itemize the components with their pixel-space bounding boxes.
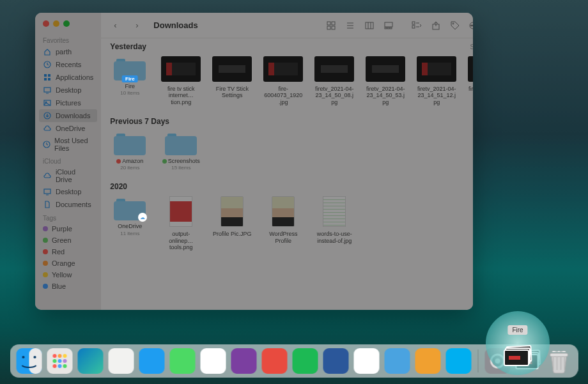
file-name: fire-6004073_1920.jpg (263, 86, 303, 105)
apps-icon (43, 73, 52, 82)
show-all-link[interactable]: Show All (14) (470, 43, 473, 50)
main-pane: ‹ › Downloads (101, 13, 473, 310)
content-area: YesterdayShow All (14)FireFire10 itemsfi… (101, 38, 473, 310)
tag-orange[interactable]: Orange (35, 257, 101, 269)
svg-point-32 (453, 23, 454, 24)
back-button[interactable]: ‹ (109, 19, 121, 32)
downloads-stack-highlight[interactable] (504, 346, 532, 367)
file-item[interactable]: words-to-use-instead-of.jpg (314, 196, 354, 250)
share-button[interactable] (429, 19, 442, 32)
action-button[interactable] (468, 19, 473, 32)
dock-notes[interactable] (201, 348, 226, 374)
file-item[interactable]: firetv_2021-04-23_14_… (468, 56, 473, 105)
tag-dot-icon (43, 261, 48, 266)
image-thumb (314, 56, 354, 82)
dock-separator (478, 349, 479, 372)
svg-point-49 (63, 359, 67, 363)
file-item[interactable]: ☁OneDrive11 items (110, 196, 150, 250)
pictures-icon (43, 98, 52, 107)
home-icon (43, 47, 52, 56)
dock-word[interactable] (323, 348, 349, 374)
file-name: Amazon (110, 158, 150, 164)
view-columns-button[interactable] (363, 19, 376, 32)
svg-point-41 (22, 356, 25, 358)
image-thumb (212, 56, 252, 82)
fullscreen-icon[interactable] (63, 20, 70, 27)
forward-button[interactable]: › (130, 19, 143, 32)
tag-green[interactable]: Green (35, 234, 101, 246)
tooltip: Fire (507, 325, 527, 335)
window-controls[interactable] (35, 20, 101, 33)
sidebar-item-applications[interactable]: Applications (35, 71, 101, 84)
tag-dot-icon (43, 238, 48, 243)
sidebar-item-desktop[interactable]: Desktop (35, 84, 101, 96)
toolbar: ‹ › Downloads (101, 13, 473, 38)
dock-messages[interactable] (170, 348, 196, 374)
sidebar-item-parth[interactable]: parth (35, 45, 101, 58)
dock-skype[interactable] (446, 348, 472, 374)
file-item[interactable]: Fire TV Stick Settings (212, 56, 252, 105)
view-list-button[interactable] (344, 19, 357, 32)
dock-color[interactable] (415, 348, 441, 374)
file-item[interactable]: Profile Pic.JPG (212, 196, 252, 250)
tag-purple[interactable]: Purple (35, 223, 101, 234)
highlight-circle: Fire (486, 311, 550, 375)
dock-launchpad[interactable] (47, 348, 73, 374)
file-item[interactable]: fire-6004073_1920.jpg (263, 56, 303, 105)
file-item[interactable]: Screenshots15 items (161, 131, 201, 171)
dock-trash[interactable] (546, 348, 572, 374)
file-item[interactable]: firetv_2021-04-23_14_50_08.jpg (314, 56, 354, 105)
dock-todoist[interactable] (262, 348, 288, 374)
svg-rect-4 (48, 78, 50, 81)
close-icon[interactable] (43, 20, 49, 27)
dock-spotify[interactable] (293, 348, 318, 374)
svg-rect-3 (44, 78, 47, 81)
file-name: WordPress Profile (263, 231, 303, 244)
svg-rect-13 (327, 22, 330, 25)
file-name: words-to-use-instead-of.jpg (314, 231, 354, 244)
tags-button[interactable] (449, 19, 461, 32)
tag-yellow[interactable]: Yellow (35, 269, 101, 280)
dock-slack[interactable] (354, 348, 380, 374)
dock-onenote[interactable] (231, 348, 257, 374)
svg-rect-2 (48, 74, 50, 77)
group-by-button[interactable] (410, 19, 423, 32)
sidebar-item-downloads[interactable]: Downloads (39, 109, 97, 122)
tag-blue[interactable]: Blue (35, 280, 101, 292)
sidebar-item-onedrive[interactable]: OneDrive (35, 122, 101, 135)
sidebar-item-most-used-files[interactable]: Most Used Files (35, 135, 101, 154)
file-item[interactable]: fire tv stick internet…tion.png (161, 56, 201, 105)
view-icons-button[interactable] (325, 19, 337, 32)
svg-point-46 (63, 354, 67, 358)
dock-finder[interactable] (17, 348, 42, 374)
dock-tweetbot[interactable] (385, 348, 410, 374)
dock-edge[interactable] (78, 348, 104, 374)
sidebar-item-recents[interactable]: Recents (35, 58, 101, 71)
file-item[interactable]: output-onlinep…tools.png (161, 196, 201, 250)
svg-point-35 (471, 25, 472, 26)
dock-1password[interactable] (109, 348, 134, 374)
file-item[interactable]: FireFire10 items (110, 56, 150, 105)
sidebar-item-documents[interactable]: Documents (35, 198, 101, 211)
sidebar-item-pictures[interactable]: Pictures (35, 96, 101, 109)
svg-point-47 (53, 359, 57, 363)
svg-point-50 (53, 364, 57, 368)
image-thumb (263, 56, 303, 82)
file-item[interactable]: Amazon20 items (110, 131, 150, 171)
svg-point-51 (58, 364, 62, 368)
svg-rect-26 (390, 27, 392, 29)
file-item[interactable]: WordPress Profile (263, 196, 303, 250)
view-gallery-button[interactable] (382, 19, 395, 32)
dock-appstore[interactable] (139, 348, 165, 374)
tag-dot-icon (43, 284, 48, 289)
file-item[interactable]: firetv_2021-04-23_14_50_53.jpg (366, 56, 405, 105)
sidebar-item-icloud-drive[interactable]: iCloud Drive (35, 166, 101, 185)
file-item[interactable]: firetv_2021-04-23_14_51_12.jpg (417, 56, 456, 105)
tag-dot-icon (43, 249, 48, 254)
file-name: Fire TV Stick Settings (212, 86, 252, 99)
tag-red[interactable]: Red (35, 246, 101, 257)
file-sub: 15 items (161, 165, 201, 171)
minimize-icon[interactable] (53, 20, 59, 27)
sidebar-item-desktop[interactable]: Desktop (35, 185, 101, 198)
desktop-icon (43, 187, 52, 196)
